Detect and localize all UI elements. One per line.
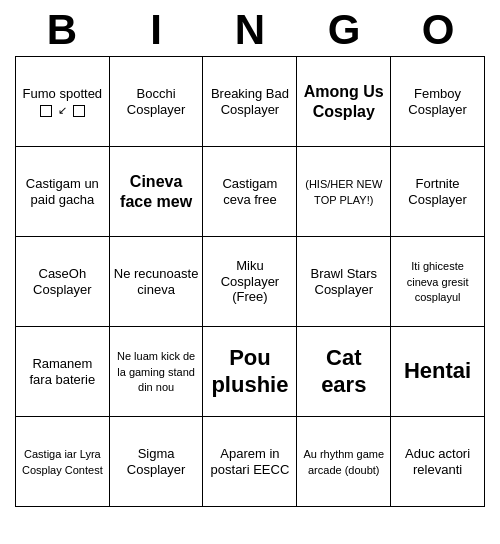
table-row: Castiga iar Lyra Cosplay Contest Sigma C…	[16, 417, 485, 507]
cell-2-4[interactable]: Iti ghiceste cineva gresit cosplayul	[391, 237, 485, 327]
cell-2-3[interactable]: Brawl Stars Cosplayer	[297, 237, 391, 327]
cell-text: Fumo spotted	[23, 86, 103, 101]
cell-text: Miku Cosplayer (Free)	[221, 258, 280, 304]
cell-4-1[interactable]: Sigma Cosplayer	[109, 417, 203, 507]
table-row: Ramanem fara baterie Ne luam kick de la …	[16, 327, 485, 417]
cell-text: Breaking Bad Cosplayer	[211, 86, 289, 117]
cell-text: Bocchi Cosplayer	[127, 86, 186, 117]
cell-text: Ne luam kick de la gaming stand din nou	[117, 350, 195, 393]
arrow-icon: ↙	[58, 104, 67, 117]
cell-text: Au rhythm game arcade (doubt)	[303, 448, 384, 476]
letter-g: G	[300, 6, 388, 54]
cell-1-4[interactable]: Fortnite Cosplayer	[391, 147, 485, 237]
cell-text: (HIS/HER NEW TOP PLAY!)	[305, 178, 382, 206]
cell-2-0[interactable]: CaseOh Cosplayer	[16, 237, 110, 327]
cell-4-3[interactable]: Au rhythm game arcade (doubt)	[297, 417, 391, 507]
cell-text: CaseOh Cosplayer	[33, 266, 92, 297]
bingo-title: B I N G O	[15, 0, 485, 56]
cell-text: Brawl Stars Cosplayer	[311, 266, 377, 297]
cell-1-2[interactable]: Castigam ceva free	[203, 147, 297, 237]
cell-3-1[interactable]: Ne luam kick de la gaming stand din nou	[109, 327, 203, 417]
letter-b: B	[18, 6, 106, 54]
cell-text: Cineva face mew	[120, 173, 192, 209]
cell-0-2[interactable]: Breaking Bad Cosplayer	[203, 57, 297, 147]
cell-text: Iti ghiceste cineva gresit cosplayul	[407, 260, 469, 303]
table-row: Fumo spotted ↙ Bocchi Cosplayer Breaking…	[16, 57, 485, 147]
cell-text: Ne recunoaste cineva	[114, 266, 199, 297]
cell-text: Pou plushie	[211, 345, 288, 396]
cell-text: Castiga iar Lyra Cosplay Contest	[22, 448, 103, 476]
cell-3-4[interactable]: Hentai	[391, 327, 485, 417]
checkbox-right[interactable]	[73, 105, 85, 117]
cell-0-4[interactable]: Femboy Cosplayer	[391, 57, 485, 147]
cell-text: Castigam ceva free	[222, 176, 277, 207]
cell-3-0[interactable]: Ramanem fara baterie	[16, 327, 110, 417]
cell-1-3[interactable]: (HIS/HER NEW TOP PLAY!)	[297, 147, 391, 237]
cell-1-1[interactable]: Cineva face mew	[109, 147, 203, 237]
cell-text: Sigma Cosplayer	[127, 446, 186, 477]
cell-0-3[interactable]: Among Us Cosplay	[297, 57, 391, 147]
cell-4-2[interactable]: Aparem in postari EECC	[203, 417, 297, 507]
cell-2-2[interactable]: Miku Cosplayer (Free)	[203, 237, 297, 327]
cell-3-2[interactable]: Pou plushie	[203, 327, 297, 417]
letter-n: N	[206, 6, 294, 54]
table-row: CaseOh Cosplayer Ne recunoaste cineva Mi…	[16, 237, 485, 327]
cell-text: Femboy Cosplayer	[408, 86, 467, 117]
letter-o: O	[394, 6, 482, 54]
cell-text: Castigam un paid gacha	[26, 176, 99, 207]
cell-text: Aduc actori relevanti	[405, 446, 470, 477]
cell-4-4[interactable]: Aduc actori relevanti	[391, 417, 485, 507]
cell-text: Aparem in postari EECC	[211, 446, 290, 477]
cell-text: Ramanem fara baterie	[29, 356, 95, 387]
cell-1-0[interactable]: Castigam un paid gacha	[16, 147, 110, 237]
letter-i: I	[112, 6, 200, 54]
cell-4-0[interactable]: Castiga iar Lyra Cosplay Contest	[16, 417, 110, 507]
table-row: Castigam un paid gacha Cineva face mew C…	[16, 147, 485, 237]
cell-text: Among Us Cosplay	[304, 83, 384, 119]
bingo-grid: Fumo spotted ↙ Bocchi Cosplayer Breaking…	[15, 56, 485, 507]
checkbox-left[interactable]	[40, 105, 52, 117]
cell-0-0[interactable]: Fumo spotted ↙	[16, 57, 110, 147]
cell-text: Fortnite Cosplayer	[408, 176, 467, 207]
cell-text: Cat ears	[321, 345, 366, 396]
cell-0-1[interactable]: Bocchi Cosplayer	[109, 57, 203, 147]
cell-text: Hentai	[404, 358, 471, 383]
cell-3-3[interactable]: Cat ears	[297, 327, 391, 417]
cell-2-1[interactable]: Ne recunoaste cineva	[109, 237, 203, 327]
